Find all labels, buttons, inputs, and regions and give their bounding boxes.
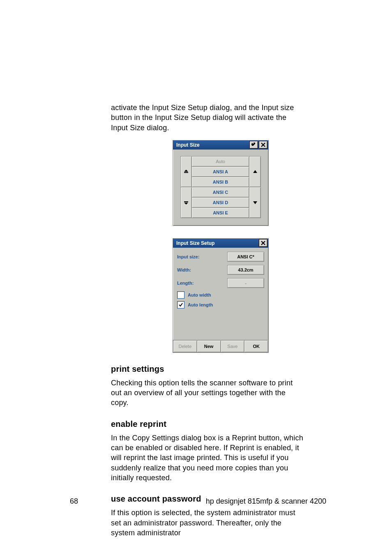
right-step-arrows [249,156,261,218]
manual-page: activate the Input Size Setup dialog, an… [0,0,392,555]
delete-button[interactable]: Delete [173,340,197,352]
size-list: Auto ANSI A ANSI B ANSI C ANSI D ANSI E [192,156,249,218]
check-icon [178,302,183,307]
setup-button-row: Delete New Save OK [173,340,268,352]
input-size-titlebar: Input Size [173,140,268,150]
size-option-ansi-d[interactable]: ANSI D [192,198,249,208]
enable-reprint-heading: enable reprint [111,419,304,429]
page-down-button[interactable] [180,187,192,218]
page-footer: 68 hp designjet 815mfp & scanner 4200 [70,497,326,506]
auto-length-checkbox[interactable] [177,301,184,309]
close-icon [261,143,265,147]
close-button[interactable] [259,239,267,247]
print-settings-paragraph: Checking this option tells the scanner s… [111,378,304,408]
input-size-label: Input size: [177,254,199,259]
input-size-title: Input Size [176,142,200,148]
svg-marker-5 [253,201,257,204]
size-option-ansi-c[interactable]: ANSI C [192,187,249,198]
intro-paragraph: activate the Input Size Setup dialog, an… [111,103,304,133]
input-size-dialog: Input Size [173,140,269,226]
svg-marker-0 [184,170,188,172]
svg-marker-4 [253,170,257,173]
use-account-password-paragraph: If this option is selected, the system a… [111,508,304,538]
input-size-setup-title: Input Size Setup [176,240,214,246]
svg-rect-2 [184,201,188,202]
triangle-up-icon [253,170,258,174]
auto-width-checkbox[interactable] [177,291,184,299]
triangle-down-icon [253,200,258,205]
svg-marker-3 [184,203,188,205]
input-size-setup-dialog: Input Size Setup Input size: ANSI C* Wid… [173,238,269,353]
size-option-ansi-e[interactable]: ANSI E [192,208,249,218]
input-size-setup-titlebar: Input Size Setup [173,239,268,248]
auto-width-label: Auto width [188,292,211,297]
close-button[interactable] [259,141,267,149]
wrench-icon [251,143,256,147]
input-size-button[interactable]: ANSI C* [227,252,264,262]
step-down-button[interactable] [249,187,261,218]
width-button[interactable]: 43.2cm [227,265,264,275]
footer-product-name: hp designjet 815mfp & scanner 4200 [206,497,326,506]
ok-button[interactable]: OK [244,340,268,352]
size-option-ansi-a[interactable]: ANSI A [192,167,249,177]
tool-button[interactable] [249,141,258,149]
new-button[interactable]: New [197,340,221,352]
svg-rect-1 [184,172,188,173]
size-option-ansi-b[interactable]: ANSI B [192,177,249,187]
close-icon [261,241,265,245]
save-button[interactable]: Save [221,340,245,352]
step-up-button[interactable] [249,156,261,187]
width-label: Width: [177,267,191,272]
left-page-arrows [180,156,192,218]
length-label: Length: [177,281,194,286]
page-up-icon [183,169,189,175]
size-option-auto[interactable]: Auto [192,156,249,167]
page-up-button[interactable] [180,156,192,187]
page-down-icon [183,200,189,205]
length-button[interactable]: - [227,278,264,288]
enable-reprint-paragraph: In the Copy Settings dialog box is a Rep… [111,433,304,483]
page-number: 68 [70,497,78,506]
print-settings-heading: print settings [111,364,304,374]
auto-length-label: Auto length [188,302,213,307]
